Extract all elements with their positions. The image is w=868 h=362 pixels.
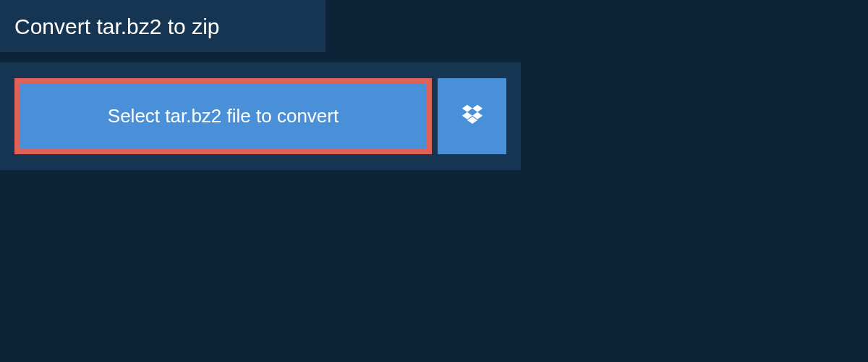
page-title: Convert tar.bz2 to zip [0, 0, 326, 52]
select-file-button[interactable]: Select tar.bz2 file to convert [14, 78, 432, 154]
select-file-label: Select tar.bz2 file to convert [108, 105, 339, 127]
dropbox-button[interactable] [438, 78, 506, 154]
upload-panel: Select tar.bz2 file to convert [0, 62, 521, 170]
dropbox-icon [460, 103, 485, 130]
